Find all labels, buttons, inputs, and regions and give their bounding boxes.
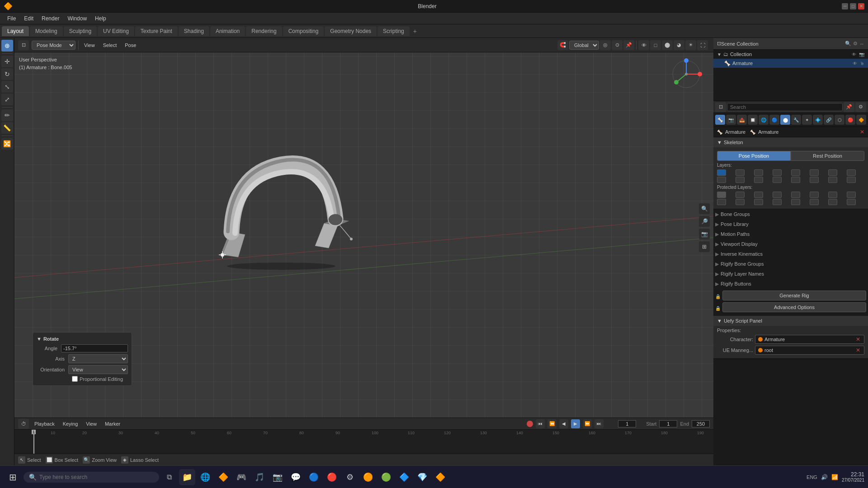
menu-window[interactable]: Window — [64, 14, 90, 23]
playback-menu-btn[interactable]: Playback — [32, 420, 57, 427]
taskbar-app-5[interactable]: 💬 — [288, 469, 304, 485]
props-physics-icon[interactable]: 💠 — [813, 115, 823, 125]
protected-layer-4[interactable] — [773, 192, 782, 198]
taskbar-app-7[interactable]: 🔴 — [324, 469, 340, 485]
current-frame-input[interactable] — [618, 420, 636, 427]
props-output-icon[interactable]: 📤 — [737, 115, 747, 125]
armature-view-icon[interactable]: 👁 — [853, 61, 857, 66]
props-world-icon[interactable]: 🔵 — [769, 115, 779, 125]
snap-btn[interactable]: 📌 — [623, 40, 634, 50]
tool-annotate[interactable]: ✏ — [1, 109, 13, 121]
marker-menu-btn[interactable]: Marker — [102, 420, 123, 427]
rigify-bone-groups-row[interactable]: ▶ Rigify Bone Groups — [713, 259, 868, 269]
uefy-header[interactable]: ▼ Uefy Script Panel — [713, 316, 868, 326]
layer-13[interactable] — [791, 177, 800, 183]
props-material-icon[interactable]: 🔴 — [845, 115, 855, 125]
protected-layer-11[interactable] — [754, 199, 763, 205]
layer-14[interactable] — [810, 177, 819, 183]
taskbar-chrome[interactable]: 🌐 — [197, 469, 213, 485]
play-reverse-btn[interactable]: ◀ — [559, 419, 568, 428]
props-modifier-icon[interactable]: 🔧 — [791, 115, 801, 125]
props-pin-btn[interactable]: 📌 — [844, 102, 854, 112]
props-unlink-btn[interactable]: ✕ — [860, 129, 864, 135]
viewport-overlay-btn[interactable]: 👁 — [638, 40, 649, 50]
protected-layer-3[interactable] — [754, 192, 763, 198]
props-particles-icon[interactable]: ✦ — [802, 115, 812, 125]
layer-12[interactable] — [773, 177, 782, 183]
rotate-panel-collapse-icon[interactable]: ▼ — [37, 336, 42, 342]
layer-5[interactable] — [791, 169, 800, 176]
rest-position-btn[interactable]: Rest Position — [791, 151, 864, 161]
protected-layer-16[interactable] — [847, 199, 856, 205]
menu-edit[interactable]: Edit — [20, 14, 37, 23]
layer-11[interactable] — [754, 177, 763, 183]
protected-layer-10[interactable] — [736, 199, 745, 205]
tab-geometry-nodes[interactable]: Geometry Nodes — [325, 26, 377, 36]
taskbar-app-2[interactable]: 🎮 — [233, 469, 250, 485]
armature-select-icon[interactable]: 🖱 — [860, 61, 864, 66]
menu-file[interactable]: File — [4, 14, 19, 23]
transform-pivot-btn[interactable]: ◎ — [600, 40, 611, 50]
tab-uv-editing[interactable]: UV Editing — [98, 26, 134, 36]
viewport-navigation-gizmo[interactable] — [668, 56, 704, 92]
props-object-data-extra[interactable]: ⬡ — [835, 115, 844, 125]
play-btn[interactable]: ▶ — [571, 419, 580, 428]
taskbar-app-4[interactable]: 📷 — [269, 469, 286, 485]
layer-4[interactable] — [773, 169, 782, 176]
record-button[interactable] — [527, 421, 533, 427]
tab-compositing[interactable]: Compositing — [283, 26, 324, 36]
tool-add[interactable]: 🔀 — [1, 138, 13, 150]
taskbar-search-input[interactable] — [39, 474, 154, 480]
viewport-fullscreen-btn[interactable]: ⛶ — [697, 40, 708, 50]
tool-cursor[interactable]: ⊕ — [1, 40, 13, 52]
menu-render[interactable]: Render — [38, 14, 63, 23]
timeline-ruler[interactable]: 1 1 10 20 30 40 50 60 70 80 90 — [14, 430, 713, 454]
tool-rotate[interactable]: ↻ — [1, 68, 13, 80]
viewport-shading-wireframe[interactable]: □ — [650, 40, 661, 50]
protected-layer-15[interactable] — [828, 199, 837, 205]
layer-7[interactable] — [828, 169, 837, 176]
maximize-button[interactable]: □ — [850, 3, 856, 9]
protected-layer-2[interactable] — [736, 192, 745, 198]
tab-rendering[interactable]: Rendering — [246, 26, 282, 36]
proportional-editing-checkbox[interactable] — [72, 376, 78, 382]
layer-15[interactable] — [828, 177, 837, 183]
viewport-shading-rendered[interactable]: ☀ — [685, 40, 696, 50]
tab-layout[interactable]: Layout — [2, 26, 29, 36]
rigify-buttons-row[interactable]: ▶ Rigify Buttons — [713, 279, 868, 289]
taskbar-app-1[interactable]: 🔶 — [215, 469, 231, 485]
taskbar-app-9[interactable]: 🟠 — [360, 469, 376, 485]
viewport-editor-type-icon[interactable]: ⊡ — [18, 40, 29, 50]
sound-icon[interactable]: 🔊 — [821, 474, 828, 480]
layer-9[interactable] — [717, 177, 726, 183]
step-forward-btn[interactable]: ⏩ — [583, 419, 592, 428]
outliner-filter-icon[interactable]: ⚙ — [853, 41, 858, 47]
layer-2[interactable] — [736, 169, 745, 176]
taskbar-file-explorer[interactable]: 📁 — [179, 469, 195, 485]
menu-help[interactable]: Help — [91, 14, 110, 23]
timeline-view-btn[interactable]: View — [83, 420, 99, 427]
tool-scale[interactable]: ⤡ — [1, 81, 13, 93]
props-editor-icon[interactable]: ⊡ — [715, 102, 726, 112]
tab-texture-paint[interactable]: Texture Paint — [135, 26, 178, 36]
props-active-data-icon[interactable]: 🦴 — [715, 115, 725, 125]
tool-move[interactable]: ✛ — [1, 56, 13, 67]
taskbar-app-12[interactable]: 💎 — [414, 469, 430, 485]
view-menu-btn[interactable]: View — [81, 42, 98, 49]
protected-layer-14[interactable] — [810, 199, 819, 205]
rotate-angle-input[interactable] — [61, 344, 128, 352]
tab-scripting[interactable]: Scripting — [377, 26, 410, 36]
protected-layer-5[interactable] — [791, 192, 800, 198]
jump-end-btn[interactable]: ⏭ — [594, 419, 604, 428]
tab-modeling[interactable]: Modeling — [30, 26, 63, 36]
camera-btn[interactable]: 📷 — [699, 229, 710, 239]
pose-position-btn[interactable]: Pose Position — [717, 151, 791, 161]
end-frame-input[interactable] — [692, 420, 710, 427]
zoom-in-btn[interactable]: 🔍 — [699, 203, 710, 214]
layer-3[interactable] — [754, 169, 763, 176]
tool-measure[interactable]: 📏 — [1, 122, 13, 134]
taskbar-blender[interactable]: 🔶 — [432, 469, 448, 485]
orientation-selector[interactable]: Global Local View — [569, 41, 599, 50]
start-button[interactable]: ⊞ — [4, 468, 22, 486]
protected-layer-6[interactable] — [810, 192, 819, 198]
